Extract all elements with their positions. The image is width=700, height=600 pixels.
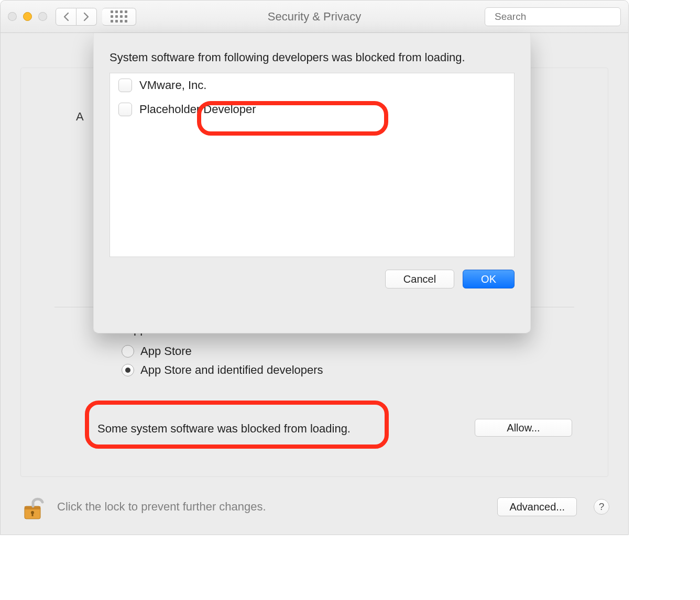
radio-app-store[interactable]: App Store (122, 345, 323, 358)
developer-row[interactable]: Placeholder Developer (110, 97, 514, 121)
grid-icon (111, 10, 127, 23)
cancel-button[interactable]: Cancel (385, 270, 454, 288)
search-input[interactable] (495, 11, 619, 23)
system-preferences-window: Security & Privacy A Allow apps download… (0, 0, 629, 535)
developer-name: Placeholder Developer (139, 103, 256, 116)
unlocked-lock-icon[interactable] (19, 493, 48, 521)
forward-button[interactable] (76, 8, 97, 26)
radio-button-icon (122, 345, 134, 358)
radio-app-store-identified[interactable]: App Store and identified developers (122, 363, 323, 377)
blocked-developers-sheet: System software from following developer… (93, 33, 531, 334)
lock-row: Click the lock to prevent further change… (19, 493, 609, 521)
developer-name: VMware, Inc. (139, 79, 206, 92)
allow-button[interactable]: Allow... (475, 419, 572, 437)
partial-text: A (76, 110, 84, 124)
developer-row[interactable]: VMware, Inc. (110, 73, 514, 97)
advanced-button[interactable]: Advanced... (497, 497, 577, 516)
svg-rect-5 (32, 513, 34, 516)
sheet-heading: System software from following developer… (110, 51, 515, 64)
chevron-left-icon (62, 12, 70, 21)
checkbox[interactable] (118, 79, 132, 92)
radio-label: App Store (140, 345, 192, 358)
close-window-button[interactable] (8, 12, 17, 21)
window-controls (8, 12, 47, 21)
ok-button[interactable]: OK (463, 270, 515, 288)
back-button[interactable] (56, 8, 76, 26)
titlebar: Security & Privacy (1, 1, 628, 33)
blocked-message: Some system software was blocked from lo… (97, 422, 351, 436)
checkbox[interactable] (118, 103, 132, 116)
radio-button-icon (122, 364, 134, 376)
radio-label: App Store and identified developers (140, 363, 323, 377)
search-field[interactable] (485, 7, 621, 26)
lock-text: Click the lock to prevent further change… (57, 500, 266, 514)
show-all-button[interactable] (102, 8, 136, 26)
nav-buttons (56, 8, 97, 26)
help-button[interactable]: ? (594, 499, 609, 515)
sheet-button-row: Cancel OK (110, 270, 515, 288)
developer-list: VMware, Inc. Placeholder Developer (110, 73, 515, 257)
minimize-window-button[interactable] (23, 12, 32, 21)
zoom-window-button[interactable] (38, 12, 47, 21)
chevron-right-icon (83, 12, 90, 21)
